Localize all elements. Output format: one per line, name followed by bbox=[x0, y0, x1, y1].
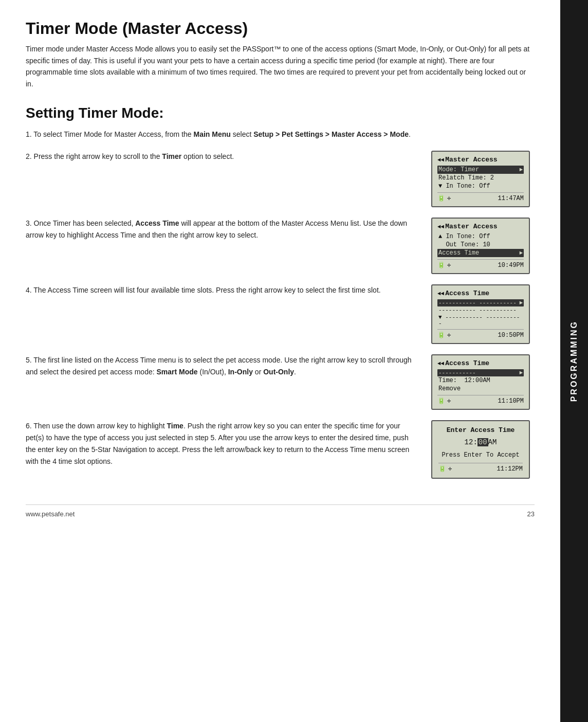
lcd-icons-4: 🔋 ✛ bbox=[437, 331, 451, 339]
step4-text: 4. The Access Time screen will list four… bbox=[26, 284, 414, 296]
lcd-header-4: ◄◄ Access Time bbox=[437, 290, 524, 297]
step5-screen-col: ◄◄ Access Time ----------- ► Time: 12:00… bbox=[427, 354, 535, 420]
footer-page-number: 23 bbox=[527, 510, 535, 518]
lcd-row-5-3: Remove bbox=[437, 385, 524, 393]
section-title: Setting Timer Mode: bbox=[26, 105, 535, 121]
lcd-footer-5: 🔋 ✛ 11:10PM bbox=[437, 395, 524, 405]
battery-icon-6: 🔋 bbox=[438, 465, 446, 473]
step3-screen-col: ◄◄ Master Access ▲ In Tone: Off Out Tone… bbox=[427, 218, 535, 284]
lcd-title-5: Access Time bbox=[445, 359, 489, 367]
lcd-icons-5: 🔋 ✛ bbox=[437, 397, 451, 405]
step3-text-col: 3. Once Timer has been selected, Access … bbox=[26, 218, 427, 284]
step4-text-col: 4. The Access Time screen will list four… bbox=[26, 284, 427, 354]
step3-section: 3. Once Timer has been selected, Access … bbox=[26, 218, 535, 284]
lcd-title-3: Master Access bbox=[445, 223, 497, 230]
lcd-row-5-1: ----------- ► bbox=[437, 369, 524, 376]
lcd-time-2: 11:47AM bbox=[498, 195, 524, 202]
lcd-icons-2: 🔋 ✛ bbox=[437, 194, 451, 202]
page-title: Timer Mode (Master Access) bbox=[26, 19, 535, 38]
lcd-time-4: 10:50PM bbox=[498, 332, 524, 339]
lcd-row-4-3: ▼ ----------- ----------- bbox=[437, 314, 524, 327]
enter-time-press: Press Enter To Accept bbox=[438, 452, 523, 459]
lcd-row-2-2: Relatch Time: 2 bbox=[437, 174, 524, 182]
lcd-screen-2: ◄◄ Master Access Mode: Timer ► Relatch T… bbox=[431, 151, 530, 207]
enter-time-title: Enter Access Time bbox=[438, 426, 523, 434]
lcd-row-5-2: Time: 12:00AM bbox=[437, 376, 524, 385]
lcd-header-2: ◄◄ Master Access bbox=[437, 156, 524, 164]
nav-icon: ✛ bbox=[447, 194, 451, 202]
step6-text-col: 6. Then use the down arrow key to highli… bbox=[26, 420, 427, 489]
lcd-header-3: ◄◄ Master Access bbox=[437, 223, 524, 230]
sidebar-label: PROGRAMMING bbox=[569, 320, 579, 402]
nav-icon-4: ✛ bbox=[447, 331, 451, 339]
lcd-screen-4: ◄◄ Access Time ----------- ----------- ►… bbox=[431, 284, 530, 344]
step6-text: 6. Then use the down arrow key to highli… bbox=[26, 420, 414, 467]
programming-sidebar: PROGRAMMING bbox=[560, 0, 588, 722]
step5-text-col: 5. The first line listed on the Access T… bbox=[26, 354, 427, 420]
step4-screen-col: ◄◄ Access Time ----------- ----------- ►… bbox=[427, 284, 535, 354]
step4-section: 4. The Access Time screen will list four… bbox=[26, 284, 535, 354]
lcd-back-arrow-3: ◄◄ bbox=[437, 224, 444, 230]
battery-icon: 🔋 bbox=[437, 194, 445, 202]
enter-time-highlight: 00 bbox=[477, 438, 488, 446]
step5-section: 5. The first line listed on the Access T… bbox=[26, 354, 535, 420]
lcd-screen-6: Enter Access Time 12:00AM Press Enter To… bbox=[431, 420, 530, 479]
nav-icon-3: ✛ bbox=[447, 261, 451, 269]
intro-paragraph: Timer mode under Master Access Mode allo… bbox=[26, 43, 535, 89]
lcd-footer-4: 🔋 ✛ 10:50PM bbox=[437, 329, 524, 339]
lcd-back-arrow-5: ◄◄ bbox=[437, 360, 444, 367]
lcd-back-arrow-4: ◄◄ bbox=[437, 291, 444, 297]
lcd-title-2: Master Access bbox=[445, 156, 497, 164]
step2-section: 2. Press the right arrow key to scroll t… bbox=[26, 151, 535, 218]
step5-text: 5. The first line listed on the Access T… bbox=[26, 354, 414, 378]
battery-icon-3: 🔋 bbox=[437, 261, 445, 269]
step1-text: 1. To select Timer Mode for Master Acces… bbox=[26, 129, 535, 140]
step6-section: 6. Then use the down arrow key to highli… bbox=[26, 420, 535, 489]
step2-text-col: 2. Press the right arrow key to scroll t… bbox=[26, 151, 427, 218]
nav-icon-5: ✛ bbox=[447, 397, 451, 405]
step2-screen-col: ◄◄ Master Access Mode: Timer ► Relatch T… bbox=[427, 151, 535, 218]
lcd-time-6: 11:12PM bbox=[497, 465, 523, 473]
lcd-footer-6: 🔋 ✛ 11:12PM bbox=[438, 463, 523, 473]
battery-icon-5: 🔋 bbox=[437, 397, 445, 405]
nav-icon-6: ✛ bbox=[448, 465, 452, 473]
step6-screen-col: Enter Access Time 12:00AM Press Enter To… bbox=[427, 420, 535, 489]
lcd-row-3-2: Out Tone: 10 bbox=[437, 241, 524, 249]
step2-text: 2. Press the right arrow key to scroll t… bbox=[26, 151, 414, 163]
lcd-footer-3: 🔋 ✛ 10:49PM bbox=[437, 259, 524, 269]
lcd-title-4: Access Time bbox=[445, 290, 489, 297]
lcd-row-2-3: ▼ In Tone: Off bbox=[437, 182, 524, 190]
lcd-row-3-3: Access Time ► bbox=[437, 249, 524, 257]
page-footer: www.petsafe.net 23 bbox=[26, 504, 535, 518]
enter-time-value: 12:00AM bbox=[438, 438, 523, 446]
lcd-header-5: ◄◄ Access Time bbox=[437, 359, 524, 367]
lcd-time-3: 10:49PM bbox=[498, 262, 524, 269]
battery-icon-4: 🔋 bbox=[437, 331, 445, 339]
lcd-screen-5: ◄◄ Access Time ----------- ► Time: 12:00… bbox=[431, 354, 530, 410]
lcd-row-4-1: ----------- ----------- ► bbox=[437, 299, 524, 306]
lcd-back-arrow-2: ◄◄ bbox=[437, 157, 444, 163]
step3-text: 3. Once Timer has been selected, Access … bbox=[26, 218, 414, 241]
footer-website: www.petsafe.net bbox=[26, 510, 75, 518]
lcd-icons-3: 🔋 ✛ bbox=[437, 261, 451, 269]
lcd-row-3-1: ▲ In Tone: Off bbox=[437, 232, 524, 241]
lcd-row-2-1: Mode: Timer ► bbox=[437, 166, 524, 174]
lcd-footer-2: 🔋 ✛ 11:47AM bbox=[437, 192, 524, 202]
lcd-screen-3: ◄◄ Master Access ▲ In Tone: Off Out Tone… bbox=[431, 218, 530, 274]
lcd-icons-6: 🔋 ✛ bbox=[438, 465, 452, 473]
lcd-time-5: 11:10PM bbox=[498, 398, 524, 405]
lcd-row-4-2: ----------- ----------- bbox=[437, 306, 524, 314]
